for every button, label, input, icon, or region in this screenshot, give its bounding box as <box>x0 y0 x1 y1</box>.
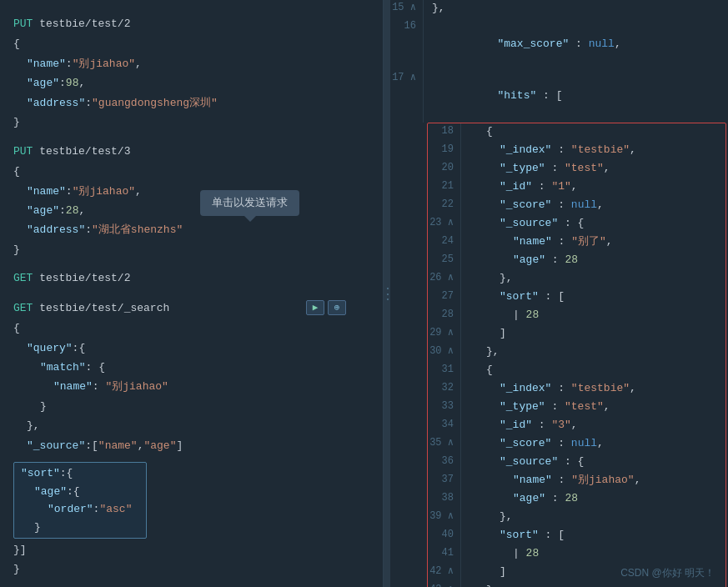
watermark: CSDN @你好 明天！ <box>620 566 715 580</box>
search-icon-btn[interactable]: ⊕ <box>328 300 346 315</box>
run-button[interactable]: ▶ <box>306 300 324 315</box>
line-row: 17 ∧ "hits" : [ <box>390 70 728 122</box>
left-panel: PUT testbie/test/2 { "name":"别jiahao", "… <box>0 0 384 587</box>
method-put: PUT <box>13 18 39 30</box>
right-panel: 15 ∧ }, 16 "max_score" : null, 17 ∧ "hit… <box>390 0 728 587</box>
sort-block: "sort":{ "age":{ "order":"asc" } <box>13 462 147 539</box>
panel-divider[interactable]: ⋮ <box>384 0 390 587</box>
hits-box: 18 { 19 "_index" : "testbie", 20 "_type"… <box>427 123 726 587</box>
put-block-1: PUT testbie/test/2 <box>0 13 383 34</box>
send-request-tooltip[interactable]: 单击以发送请求 <box>200 190 299 216</box>
line-row: 16 "max_score" : null, <box>390 18 728 70</box>
response-content: 15 ∧ }, 16 "max_score" : null, 17 ∧ "hit… <box>390 0 728 587</box>
line-row: 15 ∧ }, <box>390 0 728 18</box>
